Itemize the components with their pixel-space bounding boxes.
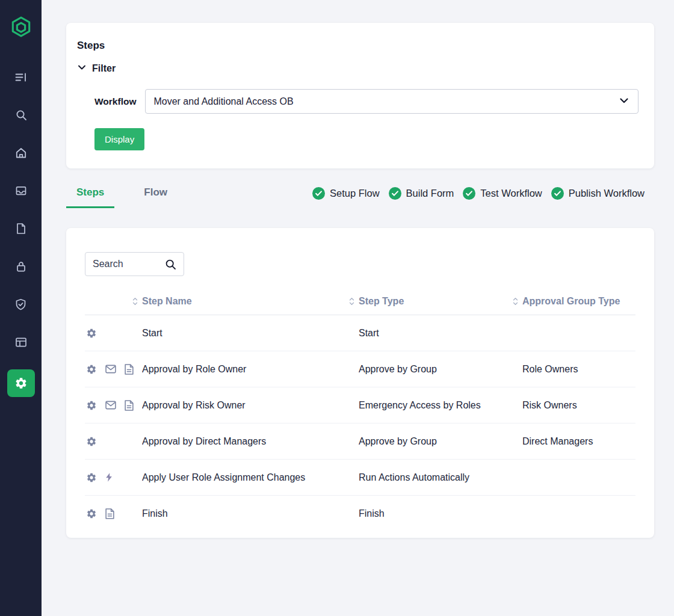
workflow-row: Workflow Mover and Additional Access OB	[94, 89, 638, 114]
lightning-icon[interactable]	[105, 472, 113, 482]
sidebar-item-home[interactable]	[10, 142, 32, 164]
app-logo[interactable]	[9, 16, 33, 40]
table-header: Step Name Step Type Approval Group Type	[85, 296, 635, 315]
gear-icon[interactable]	[86, 328, 97, 339]
sort-icon	[513, 298, 518, 306]
column-header-approval-group-type[interactable]: Approval Group Type	[522, 296, 635, 307]
table-row: Approval by Role OwnerApprove by GroupRo…	[85, 351, 635, 387]
sidebar-item-lock[interactable]	[10, 256, 32, 277]
status-label: Setup Flow	[330, 188, 380, 199]
row-actions	[85, 400, 142, 411]
sidebar	[0, 0, 42, 616]
shield-check-icon	[15, 298, 26, 310]
search-icon[interactable]	[165, 259, 176, 270]
status-label: Test Workflow	[480, 188, 542, 199]
search-box	[85, 252, 184, 276]
check-circle-icon	[551, 187, 564, 200]
gear-icon	[14, 377, 28, 390]
filter-toggle[interactable]: Filter	[77, 63, 116, 75]
workflow-select-value: Mover and Additional Access OB	[153, 96, 293, 107]
cell-step-type: Run Actions Automatically	[359, 472, 522, 483]
check-circle-icon	[312, 187, 325, 200]
sidebar-item-document[interactable]	[10, 218, 32, 239]
table-icon	[15, 337, 27, 348]
cell-step-name: Approval by Direct Managers	[142, 436, 359, 447]
tabs-row: StepsFlow Setup FlowBuild FormTest Workf…	[66, 186, 654, 208]
document-icon[interactable]	[125, 400, 134, 411]
table-row: StartStart	[85, 315, 635, 351]
cell-step-type: Finish	[359, 508, 522, 519]
gear-icon[interactable]	[86, 472, 97, 483]
row-actions	[85, 328, 142, 339]
display-button[interactable]: Display	[94, 128, 144, 150]
sidebar-item-search[interactable]	[10, 104, 32, 126]
gear-icon[interactable]	[86, 400, 97, 411]
row-actions	[85, 508, 142, 519]
table-row: Apply User Role Assignment ChangesRun Ac…	[85, 460, 635, 496]
cell-approval-group-type: Role Owners	[522, 364, 635, 375]
sort-icon	[349, 298, 354, 306]
hexagon-logo-icon	[10, 16, 32, 40]
menu-icon	[14, 71, 27, 84]
status-label: Build Form	[406, 188, 454, 199]
home-icon	[15, 147, 27, 159]
tabs: StepsFlow	[66, 186, 178, 208]
cell-step-type: Start	[359, 328, 522, 339]
main-content: Steps Filter Workflow Mover and Addition…	[42, 0, 674, 538]
cell-step-name: Apply User Role Assignment Changes	[142, 472, 359, 483]
cell-approval-group-type: Risk Owners	[522, 400, 635, 411]
tab-steps[interactable]: Steps	[66, 186, 114, 208]
inbox-icon	[15, 185, 27, 197]
sidebar-nav	[7, 66, 35, 397]
status-item: Test Workflow	[463, 187, 542, 200]
search-icon	[15, 109, 27, 121]
steps-table-card: Step Name Step Type Approval Group Type …	[66, 228, 654, 538]
sidebar-item-shield-check[interactable]	[10, 294, 32, 315]
document-icon[interactable]	[105, 508, 114, 519]
status-item: Build Form	[389, 187, 454, 200]
chevron-down-icon	[77, 63, 87, 75]
filter-body: Workflow Mover and Additional Access OB …	[94, 89, 638, 150]
row-actions	[85, 364, 142, 375]
status-label: Publish Workflow	[569, 188, 645, 199]
lock-icon	[16, 260, 26, 273]
check-circle-icon	[463, 187, 475, 200]
mail-icon[interactable]	[105, 401, 116, 410]
filter-card: Steps Filter Workflow Mover and Addition…	[66, 23, 654, 168]
tab-flow[interactable]: Flow	[134, 186, 178, 208]
workflow-select[interactable]: Mover and Additional Access OB	[145, 89, 638, 114]
workflow-label: Workflow	[94, 96, 136, 107]
column-header-step-type[interactable]: Step Type	[359, 296, 522, 307]
sidebar-item-table[interactable]	[10, 331, 32, 353]
page-title: Steps	[77, 40, 638, 52]
cell-step-name: Start	[142, 328, 359, 339]
sort-icon	[132, 298, 138, 306]
cell-approval-group-type: Direct Managers	[522, 436, 635, 447]
filter-toggle-label: Filter	[92, 63, 116, 74]
check-circle-icon	[389, 187, 401, 200]
table-body: StartStartApproval by Role OwnerApprove …	[85, 315, 635, 532]
gear-icon[interactable]	[86, 508, 97, 519]
cell-step-name: Approval by Role Owner	[142, 364, 359, 375]
cell-step-name: Finish	[142, 508, 359, 519]
status-item: Publish Workflow	[551, 187, 645, 200]
sidebar-item-gear[interactable]	[7, 369, 35, 397]
document-icon	[16, 223, 26, 235]
status-item: Setup Flow	[312, 187, 380, 200]
chevron-down-icon	[619, 95, 629, 108]
workflow-status: Setup FlowBuild FormTest WorkflowPublish…	[312, 187, 645, 208]
gear-icon[interactable]	[86, 436, 97, 447]
mail-icon[interactable]	[105, 365, 116, 374]
sidebar-item-inbox[interactable]	[10, 180, 32, 202]
cell-step-type: Approve by Group	[359, 364, 522, 375]
cell-step-type: Approve by Group	[359, 436, 522, 447]
document-icon[interactable]	[125, 364, 134, 375]
column-header-step-name[interactable]: Step Name	[142, 296, 359, 307]
row-actions	[85, 472, 142, 483]
sidebar-item-menu[interactable]	[10, 66, 32, 88]
cell-step-name: Approval by Risk Owner	[142, 400, 359, 411]
gear-icon[interactable]	[86, 364, 97, 375]
cell-step-type: Emergency Access by Roles	[359, 400, 522, 411]
search-input[interactable]	[93, 259, 165, 270]
table-row: Approval by Direct ManagersApprove by Gr…	[85, 424, 635, 460]
